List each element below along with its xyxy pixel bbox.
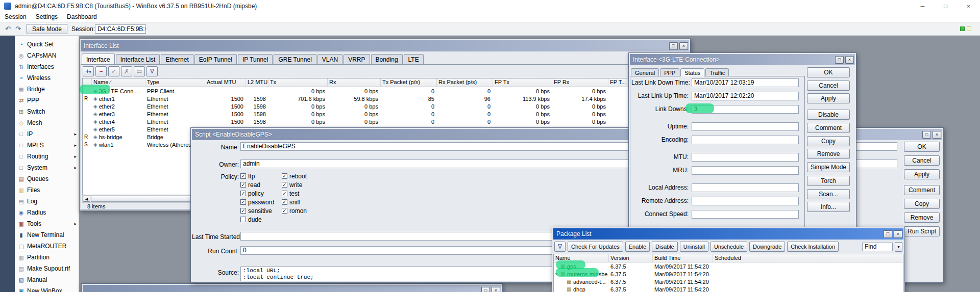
dialog-button[interactable]: Comment	[904, 185, 940, 195]
toolbar-button[interactable]: Check Installation	[787, 242, 839, 252]
column-header[interactable]: Tx	[268, 78, 328, 87]
checkbox[interactable]: ✓	[282, 173, 287, 179]
dialog-button[interactable]: OK	[904, 142, 940, 152]
close-icon[interactable]: ×	[679, 42, 688, 50]
interface-list-titlebar[interactable]: Interface List □ ×	[81, 40, 689, 51]
column-header[interactable]: Actual MTU	[205, 78, 246, 87]
minimize-icon[interactable]: ─	[911, 0, 934, 12]
column-header[interactable]: Version	[609, 254, 653, 262]
field-value[interactable]: 3	[692, 105, 799, 114]
background-window-titlebar[interactable]: □ ×	[83, 285, 501, 292]
dialog-button[interactable]: Cancel	[807, 81, 850, 91]
comment-button[interactable]: ▭	[134, 66, 145, 76]
menu-item[interactable]: Settings	[31, 12, 62, 22]
toolbar-button[interactable]: Enable	[625, 242, 650, 252]
sidebar-item[interactable]: ▥ Files	[15, 184, 79, 196]
checkbox[interactable]: ✓	[240, 173, 246, 179]
sidebar-item[interactable]: ▣ Tools ▸	[15, 218, 79, 229]
policy-option[interactable]: dude	[240, 215, 282, 224]
checkbox[interactable]: ✓	[240, 191, 246, 196]
tab[interactable]: VLAN	[317, 54, 342, 64]
scroll-left-icon[interactable]: ◀	[83, 196, 90, 202]
interface-row[interactable]: ◈ether3 Ethernet 1500 1598 0 bps 0 bps 0…	[83, 110, 687, 118]
checkbox[interactable]: ✓	[240, 199, 246, 205]
policy-option[interactable]: ✓ read	[240, 180, 282, 189]
expander-icon[interactable]: ▾	[555, 272, 560, 276]
field-value[interactable]: Mar/10/2017 12:02:20	[692, 92, 799, 100]
dialog-button[interactable]: Copy	[904, 199, 940, 209]
sidebar-item[interactable]: ⊞ Switch	[15, 106, 79, 117]
field-value[interactable]	[692, 153, 799, 162]
tab[interactable]: Ethernet	[161, 54, 193, 64]
find-dropdown-icon[interactable]: ▾	[895, 242, 902, 252]
interface-row[interactable]: ◈ether4 Ethernet 1500 1598 0 bps 0 bps 0…	[83, 118, 687, 125]
find-input[interactable]: Find	[862, 243, 893, 251]
disable-button[interactable]: ✗	[121, 66, 132, 76]
add-button[interactable]: +▾	[83, 66, 94, 76]
sidebar-item[interactable]: □ System ▸	[15, 162, 79, 173]
column-header[interactable]: FP Tx	[493, 78, 552, 87]
sidebar-item[interactable]: □ Routing ▸	[15, 151, 79, 162]
dialog-button[interactable]: Run Script	[904, 226, 940, 236]
close-icon[interactable]: ×	[894, 230, 902, 238]
restore-icon[interactable]: □	[934, 0, 957, 12]
field-value[interactable]	[692, 136, 799, 144]
sidebar-item[interactable]: ⇄ PPP	[15, 95, 79, 106]
column-header[interactable]: Rx Packet (p/s)	[437, 78, 493, 87]
background-window[interactable]: □ ×	[81, 283, 503, 292]
sidebar-item[interactable]: ◔ Quick Set	[15, 39, 79, 50]
column-header[interactable]: Scheduled	[713, 254, 902, 262]
sidebar-item[interactable]: ⇅ Interfaces	[15, 61, 79, 72]
tab[interactable]: Bonding	[371, 54, 403, 64]
tab[interactable]: IP Tunnel	[238, 54, 273, 64]
checkbox[interactable]: ✓	[282, 182, 287, 188]
package-row[interactable]: ▦dhcp 6.37.5 Mar/09/2017 11:54:20	[554, 285, 903, 292]
redo-icon[interactable]: ↷	[13, 24, 23, 34]
policy-option[interactable]: ✓ ftp	[240, 172, 282, 180]
policy-option[interactable]: ✓ test	[282, 189, 323, 198]
checkbox[interactable]: ✓	[282, 199, 287, 205]
tab[interactable]: Traffic	[705, 68, 729, 76]
close-icon[interactable]: ×	[957, 0, 980, 12]
column-header[interactable]: Rx	[328, 78, 381, 87]
field-value[interactable]: Mar/10/2017 12:03:19	[692, 78, 799, 87]
menu-item[interactable]: Dashboard	[62, 12, 102, 22]
sidebar-item[interactable]: ▤ Log	[15, 196, 79, 207]
checkbox[interactable]: ✓	[282, 191, 287, 196]
field-value[interactable]	[692, 166, 799, 175]
sidebar-item[interactable]: ▦ Bridge	[15, 84, 79, 95]
toolbar-button[interactable]: Downgrade	[749, 242, 785, 252]
dialog-button[interactable]: Remove	[904, 213, 940, 223]
dialog-button[interactable]: Torch	[807, 176, 850, 186]
dialog-button[interactable]: Simple Mode	[807, 162, 850, 172]
toolbar-button[interactable]: Check For Updates	[568, 242, 623, 252]
checkbox[interactable]: ✓	[240, 182, 246, 188]
policy-option[interactable]: ✓ policy	[240, 189, 282, 198]
toolbar-button[interactable]: Uninstall	[680, 242, 708, 252]
sidebar-item[interactable]: ◉ Radius	[15, 207, 79, 218]
tab[interactable]: Interface	[82, 54, 115, 64]
tab[interactable]: Interface List	[116, 54, 160, 64]
sidebar-item[interactable]: □ MPLS ▸	[15, 140, 79, 151]
column-header[interactable]: Name	[554, 254, 609, 262]
tab[interactable]: PPP	[660, 68, 679, 76]
dialog-button[interactable]: Apply	[807, 93, 850, 103]
tab[interactable]: VRRP	[344, 54, 370, 64]
checkbox[interactable]	[240, 217, 246, 222]
sidebar-item[interactable]: ◎ CAPsMAN	[15, 50, 79, 61]
safe-mode-button[interactable]: Safe Mode	[27, 24, 67, 34]
column-header[interactable]: Name∕	[92, 78, 145, 87]
toolbar-button[interactable]: Unschedule	[710, 242, 747, 252]
dialog-button[interactable]: Comment	[807, 123, 850, 133]
dialog-button[interactable]: OK	[807, 67, 850, 77]
menu-item[interactable]: Session	[0, 12, 31, 22]
sidebar-item[interactable]: ≈ Wireless	[15, 72, 79, 84]
dialog-button[interactable]: Cancel	[904, 155, 940, 166]
package-row[interactable]: ▾▦routeros-mipsbe 6.37.5 Mar/09/2017 11:…	[554, 270, 903, 278]
column-header[interactable]: FP Rx	[552, 78, 608, 87]
interface-row[interactable]: ◈3G-LTE-Conn... PPP Client 0 bps 0 bps 0…	[83, 87, 687, 95]
sidebar-item[interactable]: ▮ New Terminal	[15, 229, 79, 241]
dialog-button[interactable]: Remove	[807, 149, 850, 159]
policy-option[interactable]: ✓ sensitive	[240, 206, 282, 215]
checkbox[interactable]: ✓	[282, 208, 287, 214]
